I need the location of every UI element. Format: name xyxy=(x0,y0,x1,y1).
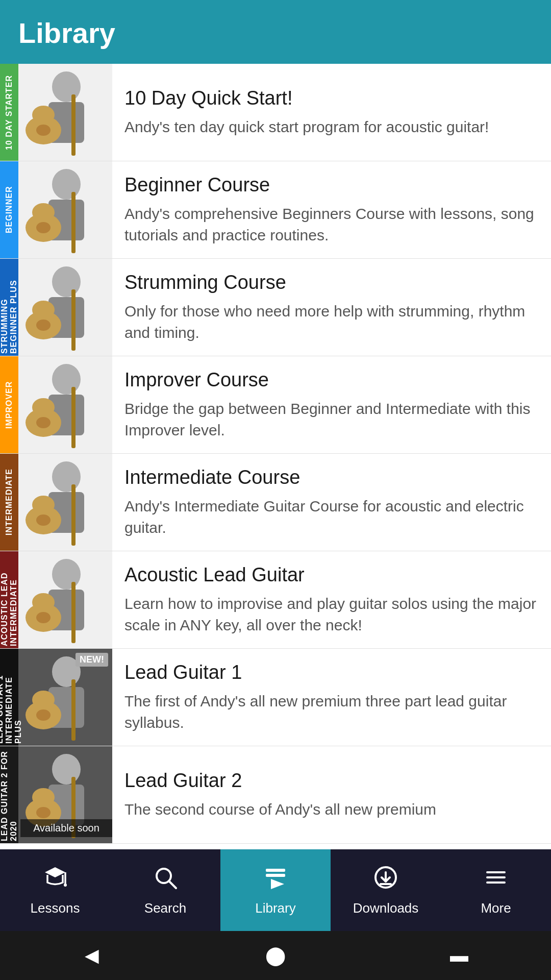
course-thumbnail: BEGINNER xyxy=(0,161,112,258)
available-soon-badge: Available soon xyxy=(20,819,112,837)
course-title: 10 Day Quick Start! xyxy=(124,87,537,109)
new-badge: NEW! xyxy=(76,653,108,667)
nav-item-lessons[interactable]: Lessons xyxy=(0,849,110,931)
course-info: Strumming Course Only for those who need… xyxy=(112,259,551,356)
course-thumbnail: IMPROVER xyxy=(0,356,112,453)
course-title: Lead Guitar 1 xyxy=(124,662,537,683)
android-nav-bar: ◀ ⬤ ▬ xyxy=(0,931,551,980)
page-title: Library xyxy=(18,17,115,49)
course-title: Intermediate Course xyxy=(124,467,537,488)
course-title: Beginner Course xyxy=(124,174,537,196)
course-description: Andy's Intermediate Guitar Course for ac… xyxy=(124,496,537,538)
svg-marker-62 xyxy=(271,879,284,889)
course-item-acoustic-lead[interactable]: ACOUSTIC LEAD INTERMEDIATE Acoustic Lead… xyxy=(0,551,551,649)
course-title: Improver Course xyxy=(124,369,537,391)
course-title: Strumming Course xyxy=(124,272,537,293)
svg-rect-33 xyxy=(71,484,76,546)
course-title: Lead Guitar 2 xyxy=(124,770,537,792)
svg-point-1 xyxy=(52,71,81,102)
more-icon xyxy=(483,865,509,895)
course-description: Only for those who need more help with s… xyxy=(124,301,537,344)
course-info: Intermediate Course Andy's Intermediate … xyxy=(112,454,551,551)
course-label-strip: BEGINNER xyxy=(0,161,18,258)
course-description: Bridge the gap between Beginner and Inte… xyxy=(124,398,537,441)
course-description: Learn how to improvise and play guitar s… xyxy=(124,593,537,636)
nav-item-more[interactable]: More xyxy=(441,849,551,931)
svg-point-6 xyxy=(36,125,51,136)
course-description: The second course of Andy's all new prem… xyxy=(124,799,537,820)
svg-point-27 xyxy=(36,417,51,428)
back-button[interactable]: ◀ xyxy=(77,940,107,971)
course-item-intermediate[interactable]: INTERMEDIATE Intermediate Course Andy's … xyxy=(0,454,551,551)
svg-rect-5 xyxy=(71,94,76,156)
svg-point-57 xyxy=(64,884,67,887)
svg-point-11 xyxy=(32,203,55,222)
course-thumbnail: STRUMMING Beginner PLUS xyxy=(0,259,112,356)
course-thumbnail: LEAD GUITAR 1 INTERMEDIATE PLUS NEW! xyxy=(0,649,112,746)
search-icon xyxy=(153,865,178,895)
course-info: Lead Guitar 1 The first of Andy's all ne… xyxy=(112,649,551,746)
svg-rect-60 xyxy=(266,869,285,872)
svg-rect-19 xyxy=(71,289,76,351)
svg-rect-12 xyxy=(71,192,76,253)
svg-point-41 xyxy=(36,612,51,623)
svg-point-8 xyxy=(52,169,81,200)
svg-point-4 xyxy=(32,106,55,124)
lessons-icon xyxy=(42,865,68,895)
recent-button[interactable]: ▬ xyxy=(444,940,474,971)
svg-line-59 xyxy=(169,881,176,888)
app-header: Library xyxy=(0,0,551,64)
course-title: Acoustic Lead Guitar xyxy=(124,564,537,586)
nav-item-library[interactable]: Library xyxy=(220,849,331,931)
nav-label-more: More xyxy=(481,900,511,916)
course-label-strip: LEAD GUITAR 2 FOR 2020 xyxy=(0,746,18,843)
course-label-strip: ACOUSTIC LEAD INTERMEDIATE xyxy=(0,551,18,648)
course-item-lead-guitar-2[interactable]: LEAD GUITAR 2 FOR 2020 Available soon Le… xyxy=(0,746,551,844)
svg-point-39 xyxy=(32,593,55,611)
svg-point-46 xyxy=(32,691,55,709)
course-item-beginner[interactable]: BEGINNER Beginner Course Andy's comprehe… xyxy=(0,161,551,259)
course-info: Improver Course Bridge the gap between B… xyxy=(112,356,551,453)
svg-rect-47 xyxy=(71,679,76,741)
svg-point-20 xyxy=(36,320,51,331)
svg-point-13 xyxy=(36,222,51,233)
course-info: Beginner Course Andy's comprehensive Beg… xyxy=(112,161,551,258)
course-description: Andy's comprehensive Beginners Course wi… xyxy=(124,203,537,246)
library-icon xyxy=(263,865,288,895)
course-item-lead-guitar-1[interactable]: LEAD GUITAR 1 INTERMEDIATE PLUS NEW! Lea… xyxy=(0,649,551,746)
course-label-strip: 10 DAY STARTER xyxy=(0,64,18,161)
course-label-strip: IMPROVER xyxy=(0,356,18,453)
nav-label-lessons: Lessons xyxy=(31,900,80,916)
course-thumbnail: LEAD GUITAR 2 FOR 2020 Available soon xyxy=(0,746,112,843)
svg-point-15 xyxy=(52,266,81,297)
course-label-strip: LEAD GUITAR 1 INTERMEDIATE PLUS xyxy=(0,649,18,746)
svg-point-53 xyxy=(32,788,55,806)
course-list: 10 DAY STARTER 10 Day Quick Start! Andy'… xyxy=(0,64,551,849)
svg-point-25 xyxy=(32,398,55,416)
course-item-strumming[interactable]: STRUMMING Beginner PLUS Strumming Course… xyxy=(0,259,551,356)
nav-label-downloads: Downloads xyxy=(353,900,419,916)
svg-point-34 xyxy=(36,514,51,526)
nav-item-search[interactable]: Search xyxy=(110,849,220,931)
svg-rect-40 xyxy=(71,582,76,643)
course-description: Andy's ten day quick start program for a… xyxy=(124,116,537,138)
course-info: Acoustic Lead Guitar Learn how to improv… xyxy=(112,551,551,648)
nav-label-library: Library xyxy=(255,900,295,916)
nav-item-downloads[interactable]: Downloads xyxy=(331,849,441,931)
svg-rect-61 xyxy=(266,874,285,877)
nav-label-search: Search xyxy=(144,900,186,916)
home-button[interactable]: ⬤ xyxy=(260,940,291,971)
course-info: 10 Day Quick Start! Andy's ten day quick… xyxy=(112,64,551,161)
svg-point-29 xyxy=(52,461,81,492)
course-label-strip: STRUMMING Beginner PLUS xyxy=(0,259,18,356)
bottom-navigation: Lessons Search Library Downloads More xyxy=(0,849,551,931)
svg-point-36 xyxy=(52,559,81,590)
svg-rect-26 xyxy=(71,387,76,448)
svg-point-22 xyxy=(52,364,81,395)
course-item-10day[interactable]: 10 DAY STARTER 10 Day Quick Start! Andy'… xyxy=(0,64,551,161)
svg-point-48 xyxy=(36,709,51,721)
downloads-icon xyxy=(373,865,398,895)
course-label-strip: INTERMEDIATE xyxy=(0,454,18,551)
course-item-improver[interactable]: IMPROVER Improver Course Bridge the gap … xyxy=(0,356,551,454)
svg-point-32 xyxy=(32,496,55,514)
